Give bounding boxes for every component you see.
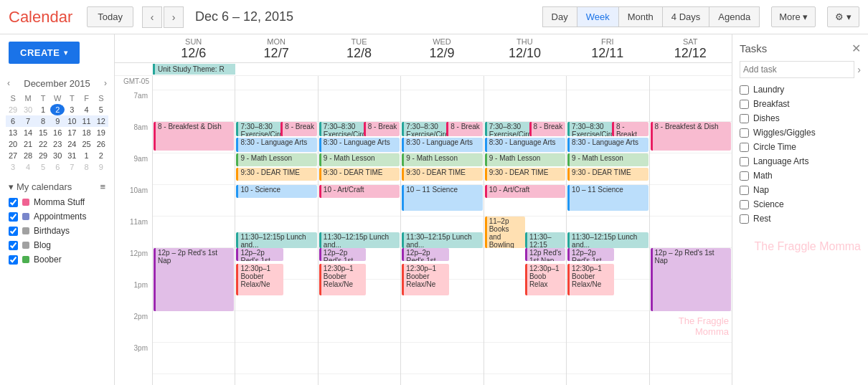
mini-cal-day[interactable]: 1 (36, 104, 50, 115)
event-fri-lang-arts[interactable]: 8:30 - Language Arts (567, 138, 648, 152)
mini-cal-day[interactable]: 6 (50, 161, 65, 173)
mini-cal-day[interactable]: 7 (20, 115, 36, 127)
mini-cal-day[interactable]: 30 (50, 150, 65, 161)
mini-cal-day[interactable]: 15 (36, 127, 50, 138)
mini-cal-day[interactable]: 23 (50, 138, 65, 150)
prev-button[interactable]: ‹ (142, 6, 162, 28)
event-thu-dear[interactable]: 9:30 - DEAR TIME (485, 168, 565, 181)
event-mon-math[interactable]: 9 - Math Lesson (236, 153, 316, 166)
more-button[interactable]: More ▾ (771, 6, 816, 27)
mini-cal-day[interactable]: 7 (65, 161, 79, 173)
mini-cal-day[interactable]: 8 (36, 115, 50, 127)
task-checkbox[interactable] (740, 157, 749, 166)
event-wed-dear[interactable]: 9:30 - DEAR TIME (402, 168, 482, 181)
mini-cal-day[interactable]: 30 (20, 104, 36, 115)
mini-cal-day[interactable]: 1 (79, 150, 93, 161)
mini-cal-day[interactable]: 28 (20, 150, 36, 161)
event-tue-break[interactable]: 8 - Break (364, 122, 400, 136)
mini-cal-prev[interactable]: ‹ (6, 77, 11, 90)
event-fri-break[interactable]: 8 - Breakt (612, 122, 648, 136)
event-thu-lang-arts[interactable]: 8:30 - Language Arts (485, 138, 565, 152)
task-checkbox[interactable] (740, 143, 749, 152)
mini-cal-day[interactable]: 8 (79, 161, 93, 173)
mini-cal-day[interactable]: 31 (65, 150, 79, 161)
event-tue-artcraft[interactable]: 10 - Art/Craft (319, 185, 400, 198)
event-fri-exercise[interactable]: 7:30–8:30 Exercise/Circle Time (567, 122, 616, 136)
mini-cal-day[interactable]: 29 (6, 104, 20, 115)
event-sat-nap[interactable]: 12p – 2p Red's 1st Nap (651, 248, 731, 311)
mini-cal-day[interactable]: 22 (36, 138, 50, 150)
event-wed-lang-arts[interactable]: 8:30 - Language Arts (402, 138, 482, 152)
view-agenda[interactable]: Agenda (709, 6, 760, 27)
mini-cal-day[interactable]: 2 (94, 150, 108, 161)
mini-cal-day[interactable]: 20 (6, 138, 20, 150)
event-thu-break[interactable]: 8 - Break (529, 122, 566, 136)
event-sun-nap[interactable]: 12p – 2p Red's 1st Nap (154, 248, 234, 311)
event-sun-breakfast[interactable]: 8 - Breakfest & Dish (154, 122, 234, 151)
event-thu-books[interactable]: 11–2p Books and Bowling December (485, 217, 525, 248)
event-wed-exercise[interactable]: 7:30–8:30 Exercise/Circle Time (402, 122, 450, 136)
event-tue-nap[interactable]: 12p–2p Red's 1st Nap (319, 248, 366, 261)
unit-study-banner[interactable]: Unit Study Theme: R (153, 64, 235, 75)
mini-cal-next[interactable]: › (103, 77, 108, 90)
event-wed-nap[interactable]: 12p–2p Red's 1st Nap (402, 248, 448, 261)
mini-cal-day[interactable]: 2 (50, 104, 65, 115)
mini-cal-day[interactable]: 29 (36, 150, 50, 161)
task-checkbox[interactable] (740, 171, 749, 181)
event-fri-math[interactable]: 9 - Math Lesson (567, 153, 648, 166)
event-wed-boober[interactable]: 12:30p–1 Boober Relax/Ne (402, 264, 448, 295)
calendar-checkbox[interactable] (9, 255, 18, 265)
event-fri-boober[interactable]: 12:30p–1 Boober Relax/Ne (567, 264, 614, 295)
event-tue-math[interactable]: 9 - Math Lesson (319, 153, 400, 166)
event-wed-break[interactable]: 8 - Break (446, 122, 483, 136)
task-checkbox[interactable] (740, 128, 749, 138)
settings-button[interactable]: ⚙ ▾ (827, 6, 859, 27)
task-add-input[interactable] (740, 61, 854, 78)
my-calendars-header[interactable]: ▾ My calendars ≡ (0, 176, 114, 195)
task-checkbox[interactable] (740, 100, 749, 109)
calendar-checkbox[interactable] (9, 198, 18, 207)
event-fri-nap[interactable]: 12p–2p Red's 1st Nap (567, 248, 614, 261)
view-week[interactable]: Week (577, 6, 619, 27)
event-thu-exercise[interactable]: 7:30–8:30 Exercise/Circle Time (485, 122, 534, 136)
event-mon-dear[interactable]: 9:30 - DEAR TIME (236, 168, 316, 181)
mini-cal-day[interactable]: 26 (94, 138, 108, 150)
event-mon-nap[interactable]: 12p–2p Red's 1st Nap (236, 248, 283, 261)
mini-cal-day[interactable]: 13 (6, 127, 20, 138)
mini-cal-day[interactable]: 25 (79, 138, 93, 150)
mini-cal-day[interactable]: 17 (65, 127, 79, 138)
mini-cal-day[interactable]: 18 (79, 127, 93, 138)
task-arrow[interactable]: › (857, 64, 861, 75)
calendar-checkbox[interactable] (9, 227, 18, 236)
mini-cal-day[interactable]: 5 (94, 104, 108, 115)
calendar-checkbox[interactable] (9, 241, 18, 250)
mini-cal-day[interactable]: 9 (50, 115, 65, 127)
event-tue-dear[interactable]: 9:30 - DEAR TIME (319, 168, 400, 181)
view-day[interactable]: Day (542, 6, 577, 27)
view-month[interactable]: Month (618, 6, 663, 27)
event-fri-lunch[interactable]: 11:30–12:15p Lunch and... (567, 232, 648, 248)
event-wed-science[interactable]: 10 – 11 Science (402, 185, 482, 211)
task-checkbox[interactable] (740, 200, 749, 209)
mini-cal-day[interactable]: 12 (94, 115, 108, 127)
tasks-close-button[interactable]: ✕ (852, 42, 861, 55)
mini-cal-day[interactable]: 11 (79, 115, 93, 127)
event-tue-boober[interactable]: 12:30p–1 Boober Relax/Ne (319, 264, 366, 295)
mini-cal-day[interactable]: 21 (20, 138, 36, 150)
event-thu-math[interactable]: 9 - Math Lesson (485, 153, 565, 166)
task-checkbox[interactable] (740, 85, 749, 95)
mini-cal-day[interactable]: 27 (6, 150, 20, 161)
mini-cal-day[interactable]: 4 (79, 104, 93, 115)
create-button[interactable]: CREATE ▾ (9, 42, 80, 64)
mini-cal-day[interactable]: 9 (94, 161, 108, 173)
view-4days[interactable]: 4 Days (662, 6, 709, 27)
event-mon-exercise[interactable]: 7:30–8:30 Exercise/Circle Time (236, 122, 285, 136)
mini-cal-day[interactable]: 24 (65, 138, 79, 150)
event-mon-lunch[interactable]: 11:30–12:15p Lunch and... (236, 232, 316, 248)
event-mon-boober[interactable]: 12:30p–1 Boober Relax/Ne (236, 264, 283, 295)
mini-cal-day[interactable]: 10 (65, 115, 79, 127)
event-sat-breakfast[interactable]: 8 - Breakfest & Dish (651, 122, 731, 151)
mini-cal-day[interactable]: 16 (50, 127, 65, 138)
event-thu-artcraft[interactable]: 10 - Art/Craft (485, 185, 565, 198)
event-tue-lunch[interactable]: 11:30–12:15p Lunch and... (319, 232, 400, 248)
